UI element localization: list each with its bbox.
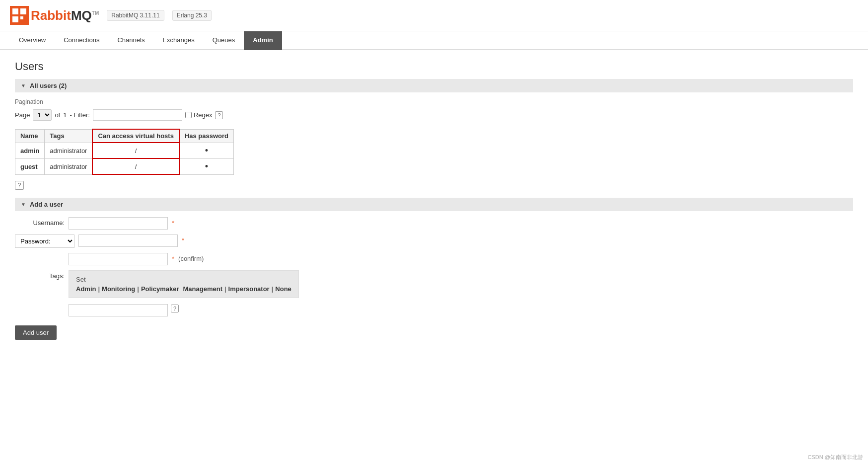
cell-has-password: • — [179, 158, 234, 174]
pagination-controls: Page 1 of 1 - Filter: Regex ? — [15, 109, 853, 121]
logo-rabbit: Rabbit — [31, 8, 71, 23]
cell-vhosts: / — [92, 158, 179, 174]
all-users-body: Pagination Page 1 of 1 - Filter: Regex ? — [15, 98, 853, 190]
cell-name: guest — [15, 158, 45, 174]
tags-options-wrapper: Set Admin | Monitoring | Policymaker Man… — [69, 270, 299, 316]
username-required-star: * — [172, 217, 174, 227]
password-confirm-input[interactable] — [69, 253, 168, 265]
password-row-2: * (confirm) — [15, 253, 853, 265]
chevron-down-icon: ▼ — [21, 83, 26, 88]
tags-row: Tags: Set Admin | Monitoring | Policymak… — [15, 270, 853, 316]
all-users-section-header[interactable]: ▼ All users (2) — [15, 79, 853, 92]
tags-section: Set Admin | Monitoring | Policymaker Man… — [69, 270, 299, 298]
page-select[interactable]: 1 — [33, 109, 52, 121]
add-user-form: Username: * Password: Hashing: * * — [15, 217, 853, 340]
pagination-label: Pagination — [15, 98, 853, 105]
regex-label: Regex — [185, 111, 213, 119]
tags-set-label: Set — [76, 276, 291, 283]
username-label: Username: — [15, 217, 65, 227]
nav-queues[interactable]: Queues — [204, 31, 244, 50]
tag-sep-1: | — [98, 285, 100, 293]
add-user-chevron-icon: ▼ — [21, 202, 26, 207]
content: Users ▼ All users (2) Pagination Page 1 … — [0, 50, 868, 350]
nav-overview[interactable]: Overview — [10, 31, 55, 50]
tag-admin[interactable]: Admin — [76, 285, 96, 293]
tags-links: Admin | Monitoring | Policymaker Managem… — [76, 285, 291, 293]
password-row-1: Password: Hashing: * — [15, 234, 853, 248]
filter-text: - Filter: — [70, 111, 89, 119]
tag-none[interactable]: None — [275, 285, 291, 293]
tag-policymaker[interactable]: Policymaker — [141, 285, 179, 293]
filter-input[interactable] — [93, 109, 182, 121]
logo-mq: MQ — [71, 8, 92, 23]
regex-help-badge[interactable]: ? — [215, 111, 223, 119]
svg-rect-2 — [12, 16, 18, 22]
username-input[interactable] — [69, 217, 168, 230]
password-confirm-star: * — [172, 253, 174, 262]
nav-connections[interactable]: Connections — [55, 31, 108, 50]
logo-tm: TM — [92, 10, 99, 16]
logo: RabbitMQTM — [10, 6, 99, 25]
tag-sep-3: | — [224, 285, 226, 293]
of-text: of — [55, 111, 60, 119]
nav-channels[interactable]: Channels — [108, 31, 153, 50]
tag-impersonator[interactable]: Impersonator — [228, 285, 270, 293]
page-title: Users — [15, 60, 853, 73]
logo-icon — [10, 6, 29, 25]
table-row[interactable]: guest administrator / • — [15, 158, 234, 174]
tag-sep-2: | — [137, 285, 139, 293]
add-user-section-header[interactable]: ▼ Add a user — [15, 198, 853, 211]
add-user-label: Add a user — [30, 201, 63, 208]
version-erlang: Erlang 25.3 — [172, 10, 212, 21]
col-header-tags: Tags — [45, 129, 93, 143]
col-header-name: Name — [15, 129, 45, 143]
tag-management[interactable]: Management — [183, 285, 222, 293]
pagination-section: Pagination Page 1 of 1 - Filter: Regex ? — [15, 98, 853, 121]
header: RabbitMQTM RabbitMQ 3.11.11 Erlang 25.3 — [0, 0, 868, 31]
total-pages: 1 — [63, 111, 67, 119]
version-rabbitmq: RabbitMQ 3.11.11 — [107, 10, 164, 21]
cell-vhosts: / — [92, 143, 179, 158]
tags-help-badge[interactable]: ? — [171, 305, 179, 312]
svg-rect-4 — [20, 16, 23, 19]
regex-text: Regex — [194, 111, 213, 119]
table-row[interactable]: admin administrator / • — [15, 143, 234, 158]
col-header-vhosts: Can access virtual hosts — [92, 129, 179, 143]
regex-checkbox[interactable] — [185, 112, 192, 118]
svg-rect-1 — [12, 8, 18, 14]
tag-monitoring[interactable]: Monitoring — [102, 285, 135, 293]
nav-admin[interactable]: Admin — [244, 31, 282, 50]
cell-name: admin — [15, 143, 45, 158]
nav-exchanges[interactable]: Exchanges — [153, 31, 203, 50]
page-text: Page — [15, 111, 30, 119]
all-users-label: All users (2) — [30, 82, 67, 89]
cell-tags: administrator — [45, 158, 93, 174]
add-user-section: ▼ Add a user Username: * Password: Hashi… — [15, 198, 853, 340]
add-user-button[interactable]: Add user — [15, 325, 57, 340]
nav-bar: Overview Connections Channels Exchanges … — [0, 31, 868, 50]
tags-input[interactable] — [69, 304, 168, 316]
confirm-text: (confirm) — [178, 253, 204, 262]
password-type-select[interactable]: Password: Hashing: — [15, 234, 74, 248]
table-header-row: Name Tags Can access virtual hosts Has p… — [15, 129, 234, 143]
tag-sep-4: | — [272, 285, 274, 293]
password-required-star: * — [182, 234, 184, 244]
col-header-password: Has password — [179, 129, 234, 143]
cell-tags: administrator — [45, 143, 93, 158]
cell-has-password: • — [179, 143, 234, 158]
users-table: Name Tags Can access virtual hosts Has p… — [15, 129, 234, 175]
username-row: Username: * — [15, 217, 853, 230]
svg-rect-3 — [20, 8, 26, 14]
password-input[interactable] — [78, 234, 178, 247]
tags-label: Tags: — [15, 270, 65, 280]
table-help-badge[interactable]: ? — [15, 181, 24, 190]
